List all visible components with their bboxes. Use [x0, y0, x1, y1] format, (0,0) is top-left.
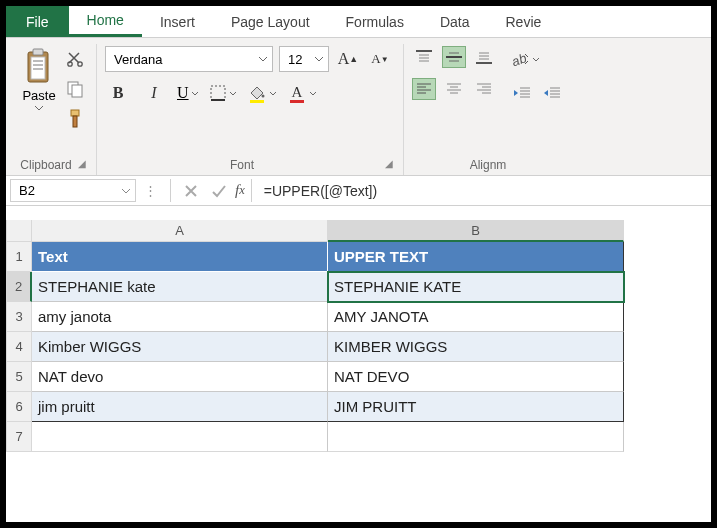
group-alignment: ab Alignm — [404, 44, 574, 175]
cell-B6[interactable]: JIM PRUITT — [328, 392, 624, 422]
cell-B1[interactable]: UPPER TEXT — [328, 242, 624, 272]
cell-A2[interactable]: STEPHANIE kate — [32, 272, 328, 302]
paintbrush-icon — [66, 109, 84, 129]
increase-font-button[interactable]: A▲ — [335, 46, 361, 72]
tab-home[interactable]: Home — [69, 6, 142, 37]
svg-rect-11 — [73, 116, 77, 127]
font-color-button[interactable]: A — [287, 80, 317, 106]
row-header-7[interactable]: 7 — [6, 422, 32, 452]
font-size-value: 12 — [288, 52, 302, 67]
orientation-button[interactable]: ab — [510, 46, 540, 72]
orientation-icon: ab — [510, 50, 530, 68]
font-size-select[interactable]: 12 — [279, 46, 329, 72]
name-box-value: B2 — [19, 183, 35, 198]
cell-A6[interactable]: jim pruitt — [32, 392, 328, 422]
svg-rect-9 — [72, 85, 82, 97]
row-header-4[interactable]: 4 — [6, 332, 32, 362]
fill-color-button[interactable] — [247, 80, 277, 106]
svg-rect-1 — [33, 49, 43, 55]
format-painter-button[interactable] — [64, 108, 86, 130]
group-label-font: Font ◢ — [105, 155, 393, 173]
dialog-launcher-icon[interactable]: ◢ — [379, 158, 393, 169]
italic-button[interactable]: I — [141, 80, 167, 106]
align-center-button[interactable] — [442, 78, 466, 100]
align-left-button[interactable] — [412, 78, 436, 100]
check-icon — [211, 184, 227, 198]
row-header-3[interactable]: 3 — [6, 302, 32, 332]
decrease-indent-icon — [513, 86, 531, 100]
paste-label: Paste — [22, 88, 55, 103]
tab-insert[interactable]: Insert — [142, 6, 213, 37]
align-right-button[interactable] — [472, 78, 496, 100]
tab-data[interactable]: Data — [422, 6, 488, 37]
col-header-B[interactable]: B — [328, 220, 624, 242]
cancel-formula-button[interactable] — [177, 176, 205, 205]
svg-rect-4 — [33, 64, 43, 66]
copy-button[interactable] — [64, 78, 86, 100]
font-color-icon: A — [287, 83, 307, 103]
underline-button[interactable]: U — [177, 80, 199, 106]
tab-formulas[interactable]: Formulas — [328, 6, 422, 37]
paste-button[interactable]: Paste — [20, 46, 58, 130]
dialog-launcher-icon[interactable]: ◢ — [72, 158, 86, 169]
chevron-down-icon — [258, 56, 268, 62]
align-center-icon — [446, 82, 462, 96]
bold-button[interactable]: B — [105, 80, 131, 106]
cut-button[interactable] — [64, 48, 86, 70]
align-middle-button[interactable] — [442, 46, 466, 68]
cell-B2[interactable]: STEPHANIE KATE — [328, 272, 624, 302]
chevron-down-icon — [121, 188, 131, 194]
svg-text:ab: ab — [510, 50, 528, 68]
ribbon-tabs: File Home Insert Page Layout Formulas Da… — [6, 6, 711, 38]
group-clipboard: Paste — [12, 44, 97, 175]
enter-formula-button[interactable] — [205, 176, 233, 205]
svg-rect-12 — [211, 86, 225, 100]
borders-button[interactable] — [209, 80, 237, 106]
align-right-icon — [476, 82, 492, 96]
cell-A7[interactable] — [32, 422, 328, 452]
align-top-button[interactable] — [412, 46, 436, 68]
tab-file[interactable]: File — [6, 6, 69, 37]
tab-page-layout[interactable]: Page Layout — [213, 6, 328, 37]
cell-A4[interactable]: Kimber WIGGS — [32, 332, 328, 362]
worksheet[interactable]: A B 1 Text UPPER TEXT 2 STEPHANIE kate S… — [6, 206, 711, 522]
bucket-icon — [247, 83, 267, 103]
font-name-select[interactable]: Verdana — [105, 46, 273, 72]
cell-B3[interactable]: AMY JANOTA — [328, 302, 624, 332]
chevron-down-icon — [269, 91, 277, 96]
align-middle-icon — [446, 50, 462, 64]
group-label-clipboard: Clipboard ◢ — [20, 155, 86, 173]
cell-B4[interactable]: KIMBER WIGGS — [328, 332, 624, 362]
increase-indent-icon — [543, 86, 561, 100]
fx-label[interactable]: fx — [233, 176, 251, 205]
svg-rect-5 — [33, 68, 43, 70]
row-header-2[interactable]: 2 — [6, 272, 32, 302]
group-label-alignment: Alignm — [412, 155, 564, 173]
chevron-down-icon — [532, 57, 540, 62]
name-box[interactable]: B2 — [10, 179, 136, 202]
copy-icon — [66, 80, 84, 98]
decrease-font-button[interactable]: A▼ — [367, 46, 393, 72]
row-header-1[interactable]: 1 — [6, 242, 32, 272]
align-bottom-button[interactable] — [472, 46, 496, 68]
decrease-indent-button[interactable] — [510, 82, 534, 104]
tab-review[interactable]: Revie — [488, 6, 560, 37]
cell-A3[interactable]: amy janota — [32, 302, 328, 332]
cell-A5[interactable]: NAT devo — [32, 362, 328, 392]
align-bottom-icon — [476, 50, 492, 64]
formula-menu-button[interactable]: ⋮ — [136, 176, 164, 205]
row-header-5[interactable]: 5 — [6, 362, 32, 392]
cell-B5[interactable]: NAT DEVO — [328, 362, 624, 392]
col-header-A[interactable]: A — [32, 220, 328, 242]
svg-point-14 — [261, 95, 264, 98]
formula-input[interactable] — [258, 176, 711, 205]
increase-indent-button[interactable] — [540, 82, 564, 104]
cell-A1[interactable]: Text — [32, 242, 328, 272]
cell-B7[interactable] — [328, 422, 624, 452]
row-header-6[interactable]: 6 — [6, 392, 32, 422]
select-all-corner[interactable] — [6, 220, 32, 242]
scissors-icon — [66, 50, 84, 68]
font-name-value: Verdana — [114, 52, 162, 67]
border-icon — [209, 84, 227, 102]
group-font: Verdana 12 A▲ A▼ B I U — [97, 44, 404, 175]
